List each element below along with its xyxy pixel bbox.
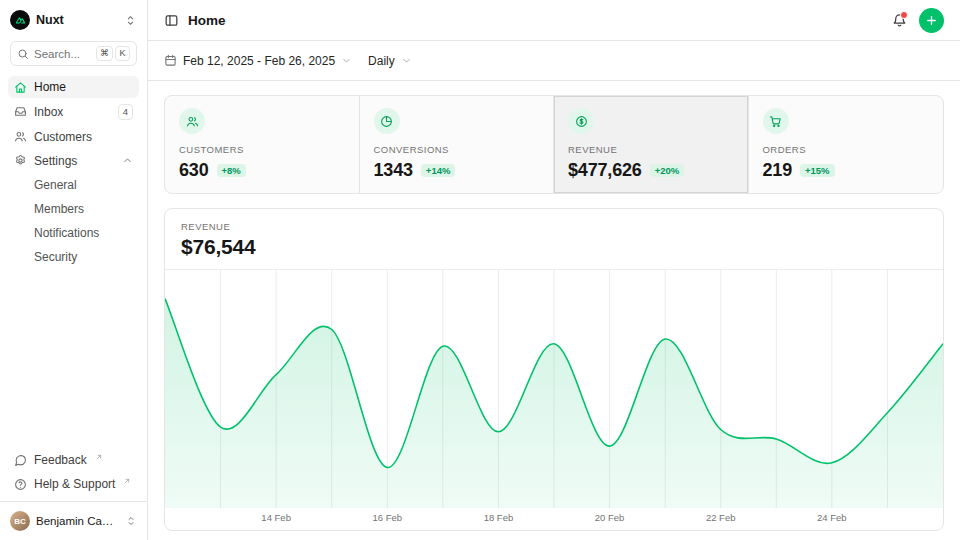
sidebar-item-label: Settings (34, 154, 77, 168)
search-kbd-shortcut: ⌘ K (96, 46, 130, 61)
settings-sub-nav: General Members Notifications Security (8, 174, 139, 268)
x-axis-tick-label: 22 Feb (706, 512, 736, 523)
stat-delta-badge: +8% (217, 164, 246, 178)
stat-value: $477,626 (568, 160, 642, 181)
app-root: Nuxt Search... ⌘ K Home (0, 0, 960, 540)
x-axis-tick-label: 16 Feb (372, 512, 402, 523)
user-menu[interactable]: BC Benjamin Canac (0, 501, 147, 540)
external-link-icon (123, 477, 131, 485)
stats-grid: CUSTOMERS 630 +8% CONVERSIONS 1343 +14% (164, 95, 944, 194)
sidebar-item-settings[interactable]: Settings (8, 150, 139, 172)
chevron-up-down-icon[interactable] (124, 14, 137, 27)
kbd-k: K (115, 46, 130, 61)
dashboard-content: CUSTOMERS 630 +8% CONVERSIONS 1343 +14% (148, 81, 960, 540)
main-header: Home (148, 0, 960, 41)
sidebar-item-notifications[interactable]: Notifications (28, 222, 139, 244)
sidebar-item-label: Help & Support (34, 477, 115, 491)
revenue-chart-card: REVENUE $76,544 14 Feb16 Feb18 Feb20 Feb… (164, 208, 944, 531)
nuxt-logo-icon (10, 10, 30, 30)
stat-orders[interactable]: ORDERS 219 +15% (749, 96, 944, 193)
plus-icon (925, 14, 938, 27)
stat-delta-badge: +20% (650, 164, 685, 178)
sidebar-toggle-icon[interactable] (164, 13, 179, 28)
stat-label: CUSTOMERS (179, 144, 345, 155)
help-circle-icon (14, 478, 27, 491)
revenue-chart (165, 270, 943, 508)
inbox-icon (14, 105, 27, 118)
x-axis-tick-label: 24 Feb (817, 512, 847, 523)
chevron-up-down-icon (125, 515, 137, 527)
stat-value: 630 (179, 160, 209, 181)
workspace-name: Nuxt (36, 13, 64, 27)
x-axis-tick-label: 14 Feb (261, 512, 291, 523)
users-icon (14, 130, 27, 143)
sidebar-item-label: Feedback (34, 453, 87, 467)
chart-header: REVENUE $76,544 (165, 209, 943, 269)
stat-customers[interactable]: CUSTOMERS 630 +8% (165, 96, 360, 193)
users-icon (179, 108, 205, 134)
sidebar-item-label: Customers (34, 130, 92, 144)
gear-icon (14, 154, 27, 167)
cart-icon (763, 108, 789, 134)
header-actions (892, 8, 944, 33)
main-panel: Home Feb 12, 2025 - Feb 26, 2025 (148, 0, 960, 540)
pie-chart-icon (374, 108, 400, 134)
frequency-label: Daily (368, 54, 395, 68)
x-axis-tick-label: 18 Feb (484, 512, 514, 523)
chevron-up-icon (122, 155, 133, 166)
stat-label: REVENUE (568, 144, 734, 155)
dollar-circle-icon (568, 108, 594, 134)
kbd-cmd: ⌘ (96, 46, 113, 61)
search-placeholder: Search... (34, 48, 80, 60)
external-link-icon (95, 453, 103, 461)
sidebar-item-members[interactable]: Members (28, 198, 139, 220)
stat-delta-badge: +14% (421, 164, 456, 178)
stat-revenue[interactable]: REVENUE $477,626 +20% (554, 96, 749, 193)
notifications-button[interactable] (892, 13, 907, 28)
sidebar-item-label: Inbox (34, 105, 63, 119)
home-icon (14, 81, 27, 94)
inbox-count-badge: 4 (118, 104, 133, 120)
sidebar-item-security[interactable]: Security (28, 246, 139, 268)
search-icon (17, 48, 29, 60)
sidebar-item-help-support[interactable]: Help & Support (8, 473, 139, 495)
x-axis-tick-label: 20 Feb (595, 512, 625, 523)
stat-value: 219 (763, 160, 793, 181)
sidebar-item-home[interactable]: Home (8, 76, 139, 98)
toolbar: Feb 12, 2025 - Feb 26, 2025 Daily (148, 41, 960, 81)
stat-label: CONVERSIONS (374, 144, 540, 155)
sidebar-spacer (0, 274, 147, 444)
frequency-select[interactable]: Daily (368, 54, 412, 68)
date-range-label: Feb 12, 2025 - Feb 26, 2025 (183, 54, 335, 68)
sidebar-nav: Home Inbox 4 Customers Settings (0, 70, 147, 274)
sidebar-footer: Feedback Help & Support (0, 443, 147, 501)
chat-bubble-icon (14, 454, 27, 467)
workspace-switcher[interactable]: Nuxt (0, 0, 147, 34)
stat-label: ORDERS (763, 144, 930, 155)
calendar-icon (164, 54, 177, 67)
chevron-down-icon (401, 55, 412, 66)
chevron-down-icon (341, 55, 352, 66)
stat-conversions[interactable]: CONVERSIONS 1343 +14% (360, 96, 555, 193)
chart-metric-value: $76,544 (181, 235, 927, 259)
notification-dot (900, 11, 908, 19)
stat-value: 1343 (374, 160, 413, 181)
sidebar-item-feedback[interactable]: Feedback (8, 449, 139, 471)
date-range-picker[interactable]: Feb 12, 2025 - Feb 26, 2025 (164, 54, 352, 68)
x-axis: 14 Feb16 Feb18 Feb20 Feb22 Feb24 Feb (165, 508, 943, 530)
add-button[interactable] (919, 8, 944, 33)
search-input[interactable]: Search... ⌘ K (10, 41, 137, 66)
page-title: Home (188, 13, 226, 28)
stat-delta-badge: +15% (800, 164, 835, 178)
chart-plot-area[interactable]: 14 Feb16 Feb18 Feb20 Feb22 Feb24 Feb (165, 269, 943, 530)
sidebar-item-inbox[interactable]: Inbox 4 (8, 100, 139, 124)
sidebar-item-general[interactable]: General (28, 174, 139, 196)
sidebar: Nuxt Search... ⌘ K Home (0, 0, 148, 540)
user-name: Benjamin Canac (36, 515, 119, 527)
avatar: BC (10, 511, 30, 531)
sidebar-item-customers[interactable]: Customers (8, 126, 139, 148)
chart-metric-label: REVENUE (181, 221, 927, 232)
sidebar-item-label: Home (34, 80, 66, 94)
